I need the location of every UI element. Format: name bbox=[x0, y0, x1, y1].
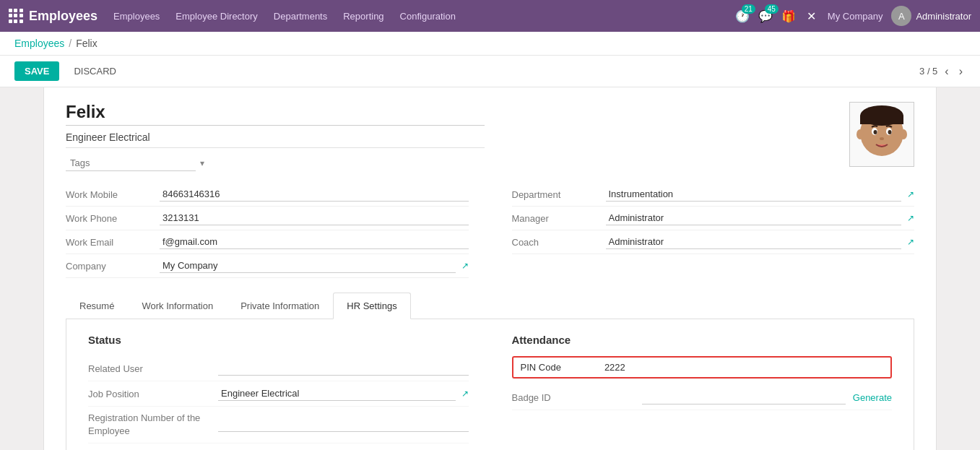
discard-button[interactable]: DISCARD bbox=[66, 61, 123, 81]
work-phone-input[interactable] bbox=[160, 211, 469, 225]
fields-grid: Work Mobile Work Phone Work Email Compan… bbox=[66, 183, 914, 278]
tab-hr-settings[interactable]: HR Settings bbox=[333, 293, 410, 319]
manager-external-link-icon[interactable]: ↗ bbox=[907, 213, 914, 223]
registration-number-label: Registration Number of the Employee bbox=[88, 412, 218, 438]
gift-icon-button[interactable]: 🎁 bbox=[781, 9, 796, 23]
coach-external-link-icon[interactable]: ↗ bbox=[907, 237, 914, 247]
company-external-link-icon[interactable]: ↗ bbox=[461, 261, 469, 271]
work-phone-label: Work Phone bbox=[66, 213, 160, 224]
user-name: Administrator bbox=[916, 11, 971, 22]
employee-job-title: Engineer Electrical bbox=[66, 131, 485, 148]
employee-photo[interactable] bbox=[849, 102, 914, 167]
fields-right: Department Instrumentation ↗ Manager Adm… bbox=[512, 183, 915, 278]
grid-icon bbox=[9, 9, 23, 23]
generate-button[interactable]: Generate bbox=[853, 392, 892, 403]
manager-select-wrapper: Administrator ↗ bbox=[606, 211, 915, 225]
employee-info: Felix Engineer Electrical ▾ bbox=[66, 102, 849, 171]
employee-avatar-image bbox=[853, 105, 911, 163]
employee-header: Felix Engineer Electrical ▾ bbox=[66, 102, 914, 171]
company-label: Company bbox=[66, 261, 160, 272]
breadcrumb-current: Felix bbox=[76, 38, 97, 49]
pin-code-box: PIN Code 2222 bbox=[512, 356, 893, 378]
company-label[interactable]: My Company bbox=[828, 11, 883, 22]
save-button[interactable]: SAVE bbox=[14, 61, 59, 81]
svg-point-6 bbox=[888, 130, 892, 134]
department-field: Department Instrumentation ↗ bbox=[512, 183, 915, 207]
pager-label: 3 / 5 bbox=[919, 66, 937, 77]
department-label: Department bbox=[512, 189, 606, 200]
coach-field: Coach Administrator ↗ bbox=[512, 230, 915, 254]
work-mobile-field: Work Mobile bbox=[66, 183, 469, 207]
company-field: Company My Company ↗ bbox=[66, 254, 469, 278]
manager-label: Manager bbox=[512, 213, 606, 224]
tags-input[interactable] bbox=[66, 155, 196, 171]
pin-code-field: PIN Code 2222 bbox=[512, 356, 893, 379]
job-position-select-wrapper: Engineer Electrical ↗ bbox=[218, 386, 469, 401]
employee-name: Felix bbox=[66, 102, 485, 126]
coach-select[interactable]: Administrator bbox=[606, 235, 902, 249]
work-email-label: Work Email bbox=[66, 237, 160, 248]
company-select[interactable]: My Company bbox=[160, 259, 456, 273]
top-navigation: Employees Employees Employee Directory D… bbox=[0, 0, 980, 32]
employee-card: Felix Engineer Electrical ▾ bbox=[43, 87, 937, 450]
menu-employee-directory[interactable]: Employee Directory bbox=[174, 8, 259, 25]
department-external-link-icon[interactable]: ↗ bbox=[907, 189, 914, 199]
job-position-field: Job Position Engineer Electrical ↗ bbox=[88, 381, 469, 407]
menu-employees[interactable]: Employees bbox=[112, 8, 161, 25]
tabs-bar: Resumé Work Information Private Informat… bbox=[66, 293, 914, 319]
manager-select[interactable]: Administrator bbox=[606, 211, 902, 225]
tab-content-hr-settings: Status Related User Job Position bbox=[66, 319, 914, 450]
nav-right: 🕐 21 💬 45 🎁 ✕ My Company A Administrator bbox=[735, 6, 971, 26]
pager-prev-button[interactable]: ‹ bbox=[942, 64, 951, 79]
department-select-wrapper: Instrumentation ↗ bbox=[606, 187, 915, 202]
work-mobile-input[interactable] bbox=[160, 187, 469, 202]
work-phone-field: Work Phone bbox=[66, 207, 469, 230]
related-user-field: Related User bbox=[88, 356, 469, 381]
related-user-select-wrapper bbox=[218, 361, 469, 376]
action-buttons: SAVE DISCARD bbox=[14, 61, 123, 81]
app-logo[interactable]: Employees bbox=[9, 9, 97, 24]
status-title: Status bbox=[88, 334, 469, 346]
tags-dropdown-icon[interactable]: ▾ bbox=[200, 158, 204, 168]
gift-icon: 🎁 bbox=[781, 9, 796, 23]
user-menu[interactable]: A Administrator bbox=[891, 6, 971, 26]
menu-departments[interactable]: Departments bbox=[272, 8, 329, 25]
svg-point-7 bbox=[880, 137, 884, 140]
fields-left: Work Mobile Work Phone Work Email Compan… bbox=[66, 183, 469, 278]
user-avatar: A bbox=[891, 6, 911, 26]
breadcrumb-parent[interactable]: Employees bbox=[14, 38, 64, 49]
svg-rect-2 bbox=[860, 116, 903, 124]
related-user-select[interactable] bbox=[218, 361, 469, 376]
tab-resume[interactable]: Resumé bbox=[66, 293, 128, 319]
main-menu: Employees Employee Directory Departments… bbox=[112, 8, 721, 25]
close-icon: ✕ bbox=[805, 9, 819, 23]
job-position-select[interactable]: Engineer Electrical bbox=[218, 386, 456, 401]
job-position-external-link-icon[interactable]: ↗ bbox=[461, 389, 469, 399]
hr-settings-section: Status Related User Job Position bbox=[88, 334, 892, 443]
badge-id-input[interactable] bbox=[642, 390, 846, 404]
work-email-input[interactable] bbox=[160, 235, 469, 249]
activity-icon-button[interactable]: 🕐 21 bbox=[735, 9, 750, 23]
messages-icon-button[interactable]: 💬 45 bbox=[758, 9, 773, 23]
registration-number-input[interactable] bbox=[218, 417, 469, 432]
close-icon-button[interactable]: ✕ bbox=[805, 9, 819, 23]
attendance-column: Attendance PIN Code 2222 Badge ID Genera… bbox=[512, 334, 893, 443]
employee-tags: ▾ bbox=[66, 155, 849, 171]
status-column: Status Related User Job Position bbox=[88, 334, 469, 443]
registration-number-field: Registration Number of the Employee bbox=[88, 407, 469, 443]
menu-reporting[interactable]: Reporting bbox=[342, 8, 385, 25]
department-select[interactable]: Instrumentation bbox=[606, 187, 902, 202]
pager-next-button[interactable]: › bbox=[956, 64, 966, 79]
breadcrumb-separator: / bbox=[69, 38, 71, 49]
svg-point-8 bbox=[857, 129, 864, 139]
tab-private-information[interactable]: Private Information bbox=[227, 293, 333, 319]
pin-code-value: 2222 bbox=[604, 362, 625, 373]
menu-configuration[interactable]: Configuration bbox=[399, 8, 457, 25]
app-title: Employees bbox=[29, 9, 97, 24]
work-email-field: Work Email bbox=[66, 230, 469, 254]
job-position-label: Job Position bbox=[88, 389, 218, 399]
messages-badge: 45 bbox=[765, 4, 779, 14]
badge-id-row: Generate bbox=[642, 390, 893, 404]
breadcrumb: Employees / Felix bbox=[0, 32, 980, 56]
tab-work-information[interactable]: Work Information bbox=[128, 293, 227, 319]
